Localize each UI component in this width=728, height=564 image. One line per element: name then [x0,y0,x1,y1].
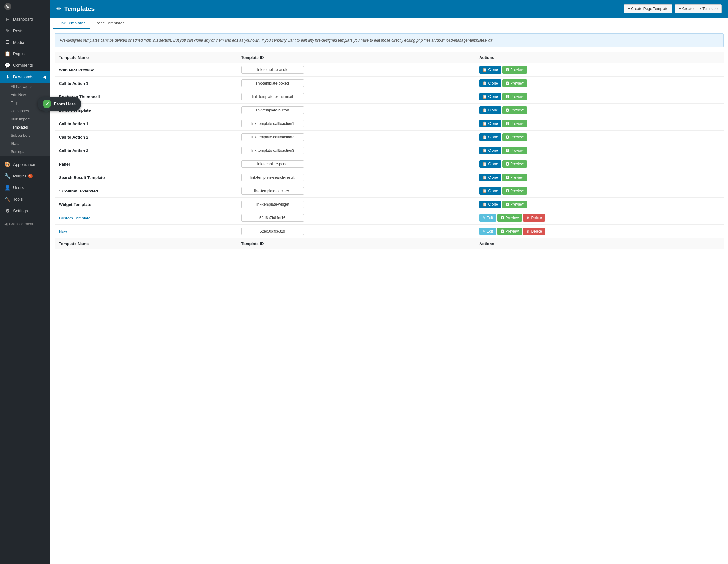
preview-button[interactable]: 🖼 Preview [502,106,527,114]
sidebar-item-pages[interactable]: 📋 Pages [0,48,50,60]
plugins-badge: 9 [28,174,33,178]
table-row: 1 Column, Extended📋 Clone🖼 Preview [55,184,724,198]
sidebar-item-comments[interactable]: 💬 Comments [0,60,50,71]
content-area: Link Templates Page Templates Pre-design… [50,18,728,564]
sidebar-item-appearance[interactable]: 🎨 Appearance [0,159,50,170]
actions-cell: 📋 Clone🖼 Preview [479,187,719,195]
edit-button[interactable]: ✎ Edit [479,214,496,222]
clone-button[interactable]: 📋 Clone [479,160,501,168]
table-row: Search Result Template📋 Clone🖼 Preview [55,171,724,184]
pages-icon: 📋 [4,51,11,57]
template-id-input[interactable] [241,160,304,168]
template-id-input[interactable] [241,228,304,235]
sidebar-item-tools[interactable]: 🔨 Tools [0,194,50,205]
preview-button[interactable]: 🖼 Preview [502,133,527,141]
actions-cell: 📋 Clone🖼 Preview [479,160,719,168]
sidebar-item-label: Appearance [13,162,35,167]
tab-page-templates[interactable]: Page Templates [90,18,129,29]
actions-cell: 📋 Clone🖼 Preview [479,174,719,181]
template-id-input[interactable] [241,187,304,195]
template-name-link[interactable]: New [59,229,67,234]
template-id-input[interactable] [241,80,304,87]
create-page-template-button[interactable]: + Create Page Template [624,4,673,13]
footer-col-template-name: Template Name [55,238,237,250]
template-name-text: With MP3 Preview [59,68,94,72]
tab-link-templates[interactable]: Link Templates [53,18,90,29]
clone-button[interactable]: 📋 Clone [479,66,501,74]
template-name-link[interactable]: Custom Template [59,216,91,220]
sidebar-item-plugins[interactable]: 🔧 Plugins 9 [0,170,50,182]
clone-button[interactable]: 📋 Clone [479,147,501,154]
clone-button[interactable]: 📋 Clone [479,80,501,87]
clone-button[interactable]: 📋 Clone [479,187,501,195]
sidebar-divider-1 [0,157,50,158]
preview-button[interactable]: 🖼 Preview [502,160,527,168]
actions-cell: 📋 Clone🖼 Preview [479,66,719,74]
clone-button[interactable]: 📋 Clone [479,201,501,208]
template-name-text: Call to Action 3 [59,148,88,153]
sidebar-item-label: Posts [13,28,23,33]
template-id-input[interactable] [241,120,304,127]
edit-button[interactable]: ✎ Edit [479,228,496,235]
preview-button[interactable]: 🖼 Preview [502,120,527,127]
preview-button[interactable]: 🖼 Preview [502,66,527,74]
clone-button[interactable]: 📋 Clone [479,133,501,141]
preview-button[interactable]: 🖼 Preview [502,201,527,208]
sidebar-item-label: Plugins [13,174,27,179]
template-id-input[interactable] [241,106,304,114]
clone-button[interactable]: 📋 Clone [479,106,501,114]
tooltip-label: From Here [54,101,76,106]
sidebar-sub-bulk-import[interactable]: Bulk Import [0,115,50,123]
collapse-menu[interactable]: ◀ Collapse menu [0,220,50,229]
preview-button[interactable]: 🖼 Preview [502,187,527,195]
preview-button[interactable]: 🖼 Preview [497,214,522,222]
tabs-bar: Link Templates Page Templates [50,18,728,29]
tools-icon: 🔨 [4,196,11,202]
sidebar-sub-all-packages[interactable]: All Packages [0,83,50,91]
sidebar-item-downloads[interactable]: ⬇ Downloads ◀ [0,71,50,83]
sidebar-item-label: Media [13,40,24,45]
actions-cell: 📋 Clone🖼 Preview [479,93,719,101]
tooltip-bubble: ✓ From Here [38,97,81,111]
template-name-text: Search Result Template [59,175,105,180]
footer-col-actions: Actions [475,238,724,250]
sidebar-sub-stats[interactable]: Stats [0,140,50,148]
template-id-input[interactable] [241,214,304,222]
sidebar-sub-settings[interactable]: Settings [0,148,50,156]
sidebar-item-media[interactable]: 🖼 Media [0,37,50,48]
preview-button[interactable]: 🖼 Preview [502,174,527,181]
dashboard-icon: ⊞ [4,16,11,22]
sidebar-item-users[interactable]: 👤 Users [0,182,50,194]
wp-logo-icon: W [4,3,11,10]
sidebar-item-dashboard[interactable]: ⊞ Dashboard [0,13,50,25]
clone-button[interactable]: 📋 Clone [479,174,501,181]
template-id-input[interactable] [241,133,304,141]
templates-table-wrapper: Template Name Template ID Actions With M… [50,52,728,254]
template-id-input[interactable] [241,174,304,181]
sidebar-item-posts[interactable]: ✎ Posts [0,25,50,37]
clone-button[interactable]: 📋 Clone [479,120,501,127]
template-id-input[interactable] [241,93,304,101]
template-id-input[interactable] [241,66,304,74]
template-id-input[interactable] [241,201,304,208]
template-name-text: Call to Action 2 [59,135,88,140]
sidebar-item-label: Comments [13,63,33,68]
page-title-icon: ✏ [56,5,61,12]
preview-button[interactable]: 🖼 Preview [497,228,522,235]
collapse-icon: ◀ [4,222,7,226]
sidebar-sub-templates[interactable]: Templates [0,123,50,132]
page-title: ✏ Templates [56,5,95,13]
create-link-template-button[interactable]: + Create Link Template [675,4,722,13]
collapse-label: Collapse menu [9,222,34,226]
preview-button[interactable]: 🖼 Preview [502,80,527,87]
preview-button[interactable]: 🖼 Preview [502,147,527,154]
clone-button[interactable]: 📋 Clone [479,93,501,101]
sidebar-item-settings[interactable]: ⚙ Settings [0,205,50,217]
delete-button[interactable]: 🗑 Delete [523,214,545,222]
sidebar-sub-subscribers[interactable]: Subscribers [0,132,50,140]
template-id-input[interactable] [241,147,304,154]
delete-button[interactable]: 🗑 Delete [523,228,545,235]
actions-cell: 📋 Clone🖼 Preview [479,133,719,141]
preview-button[interactable]: 🖼 Preview [502,93,527,101]
main-content: ✏ Templates + Create Page Template + Cre… [50,0,728,564]
